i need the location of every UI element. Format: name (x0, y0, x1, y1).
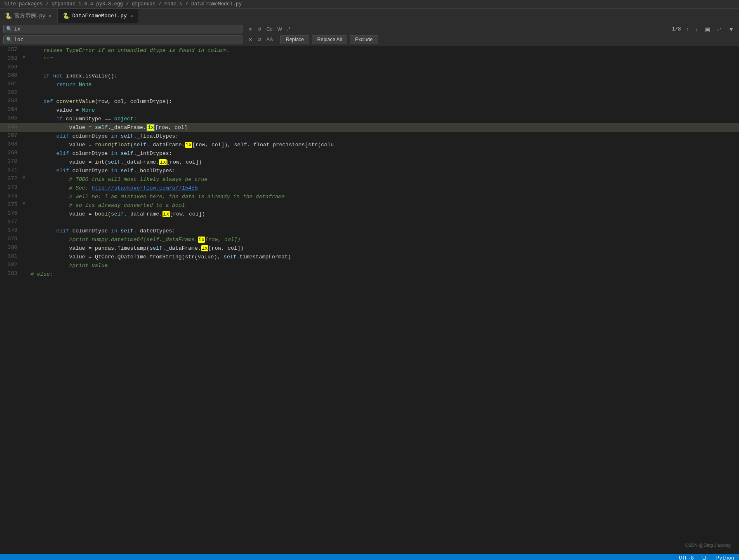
tab-close-1[interactable]: ✕ (48, 13, 52, 19)
status-language[interactable]: Python (716, 555, 734, 560)
table-row: 360 if not index.isValid(): (0, 72, 739, 80)
table-row: 378 elif columnDtype in self._dateDtypes… (0, 227, 739, 235)
table-row: 381 value = QtCore.QDateTime.fromString(… (0, 253, 739, 261)
table-row: 375 ▼ # so its already converted to a bo… (0, 201, 739, 210)
find-input-wrap: 🔍 (3, 25, 242, 33)
code-editor[interactable]: 357 raises TypeError if an unhandled dty… (0, 46, 739, 554)
table-row: 373 # See: http://stackoverflow.com/a/71… (0, 184, 739, 192)
refresh-find-button[interactable]: ↺ (256, 26, 263, 33)
clear-find-button[interactable]: ✕ (247, 26, 254, 33)
tab-dataframemodel[interactable]: 🐍 DataFrameModel.py ✕ (58, 9, 139, 23)
find-actions: ✕ ↺ Cc W .* (247, 26, 292, 33)
tab-icon-1: 🐍 (5, 12, 12, 19)
status-eol[interactable]: LF (702, 555, 708, 560)
filter-button[interactable]: ▼ (727, 25, 736, 33)
replace-buttons: Replace Replace All Exclude (280, 35, 378, 44)
status-encoding[interactable]: UTF-8 (679, 555, 694, 560)
code-lines: 357 raises TypeError if an unhandled dty… (0, 46, 739, 279)
select-match-button[interactable]: ▣ (703, 25, 712, 33)
replace-actions: ✕ ↺ AA (247, 36, 275, 43)
replace-icon: 🔍 (6, 37, 12, 43)
toggle-button[interactable]: ⇌ (715, 25, 723, 33)
regex-button[interactable]: .* (285, 26, 292, 33)
table-row: 379 #print numpy.datetime64(self._dataFr… (0, 235, 739, 244)
table-row: 365 if columnDtype == object: (0, 115, 739, 123)
table-row: 377 (0, 218, 739, 227)
aa-button[interactable]: AA (265, 36, 275, 43)
table-row: 369 elif columnDtype in self._intDtypes: (0, 149, 739, 158)
prev-match-button[interactable]: ↑ (684, 25, 690, 33)
replace-row: 🔍 ✕ ↺ AA Replace Replace All Exclude (3, 35, 736, 44)
replace-button[interactable]: Replace (280, 35, 309, 44)
tab-bar: 🐍 官方示例.py ✕ 🐍 DataFrameModel.py ✕ (0, 9, 739, 23)
table-row: 364 value = None (0, 106, 739, 115)
table-row: 370 value = int(self._dataFrame.ix[row, … (0, 158, 739, 166)
next-match-button[interactable]: ↓ (694, 25, 700, 33)
table-row: 383 # else: (0, 270, 739, 279)
replace-all-button[interactable]: Replace All (312, 35, 347, 44)
find-input[interactable] (14, 26, 240, 32)
tab-guanfang[interactable]: 🐍 官方示例.py ✕ (0, 9, 58, 23)
table-row: 376 value = bool(self._dataFrame.ix[row,… (0, 210, 739, 218)
table-row: 380 value = pandas.Timestamp(self._dataF… (0, 244, 739, 253)
replace-input[interactable] (14, 37, 240, 43)
search-toolbar: 🔍 ✕ ↺ Cc W .* 1/8 ↑ ↓ ▣ ⇌ ▼ 🔍 ✕ ↺ AA (0, 23, 739, 46)
table-row: 361 return None (0, 80, 739, 89)
exclude-button[interactable]: Exclude (350, 35, 378, 44)
table-row: 359 (0, 63, 739, 72)
table-row: 372 ▼ # TODO this will most likely alway… (0, 175, 739, 184)
search-counter: 1/8 ↑ ↓ ▣ ⇌ ▼ (672, 25, 736, 33)
find-icon: 🔍 (6, 26, 12, 32)
table-row: 358 ▼ """ (0, 55, 739, 63)
whole-word-button[interactable]: W (276, 26, 284, 33)
find-row: 🔍 ✕ ↺ Cc W .* 1/8 ↑ ↓ ▣ ⇌ ▼ (3, 25, 736, 33)
status-bar: UTF-8 LF Python (0, 554, 739, 560)
replace-input-wrap: 🔍 (3, 35, 242, 44)
table-row: 374 # well no: I am mistaken here, the d… (0, 192, 739, 201)
table-row: 382 #print value (0, 261, 739, 270)
table-row: 357 raises TypeError if an unhandled dty… (0, 46, 739, 55)
editor-area: 357 raises TypeError if an unhandled dty… (0, 46, 739, 554)
refresh-replace-button[interactable]: ↺ (256, 36, 263, 43)
table-row: 366 value = self._dataFrame.ix[row, col] (0, 123, 739, 132)
tab-icon-2: 🐍 (63, 12, 70, 19)
table-row: 368 value = round(float(self._dataFrame.… (0, 141, 739, 149)
table-row: 367 elif columnDtype in self._floatDtype… (0, 132, 739, 141)
watermark: CSDN @Ding Jiaxiong (685, 543, 731, 548)
case-sensitive-button[interactable]: Cc (265, 26, 274, 33)
table-row: 371 elif columnDtype in self._boolDtypes… (0, 166, 739, 175)
counter-value: 1/8 (672, 26, 681, 32)
tab-close-2[interactable]: ✕ (129, 13, 134, 19)
clear-replace-button[interactable]: ✕ (247, 36, 254, 43)
table-row: 363 def convertValue(row, col, columnDty… (0, 97, 739, 106)
table-row: 362 (0, 89, 739, 97)
breadcrumb: site-packages / qtpandas-1.0.4-py3.8.egg… (0, 0, 739, 9)
